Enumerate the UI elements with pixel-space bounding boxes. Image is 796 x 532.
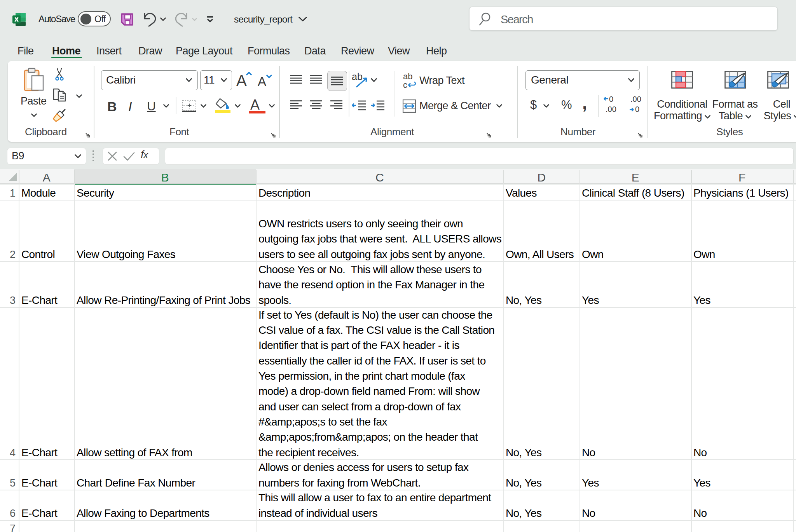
svg-text:.00: .00 [606,105,616,113]
svg-text:ab: ab [352,72,363,82]
svg-text:A: A [250,97,260,113]
svg-text:0: 0 [635,105,639,113]
svg-text:0: 0 [609,96,613,103]
svg-text:A: A [236,72,247,89]
svg-text:A: A [258,74,266,89]
svg-text:c: c [403,80,407,89]
